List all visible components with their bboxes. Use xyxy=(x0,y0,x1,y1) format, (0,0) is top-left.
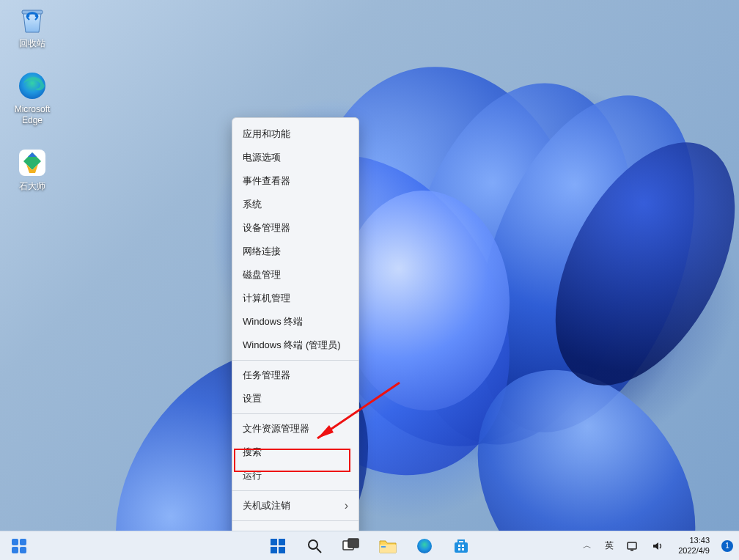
svg-rect-25 xyxy=(628,542,636,549)
menu-item-computer-management[interactable]: 计算机管理 xyxy=(232,287,359,310)
desktop-icons: 回收站 Microsoft Edge xyxy=(4,4,60,192)
menu-item-device-manager[interactable]: 设备管理器 xyxy=(232,216,359,240)
menu-item-power-options[interactable]: 电源选项 xyxy=(232,146,359,169)
menu-item-task-manager[interactable]: 任务管理器 xyxy=(232,364,359,387)
taskbar-search-button[interactable] xyxy=(300,531,329,561)
desktop[interactable]: 回收站 Microsoft Edge xyxy=(0,0,739,531)
clock-time: 13:43 xyxy=(689,536,710,546)
app-icon xyxy=(17,147,48,178)
desktop-icon-shidashi[interactable]: 石大师 xyxy=(4,147,60,191)
svg-point-13 xyxy=(309,540,317,549)
svg-rect-10 xyxy=(279,539,285,545)
svg-rect-21 xyxy=(458,545,460,547)
menu-item-event-viewer[interactable]: 事件查看器 xyxy=(232,169,359,193)
svg-rect-26 xyxy=(630,550,633,551)
menu-item-system[interactable]: 系统 xyxy=(232,193,359,216)
winx-menu: 应用和功能 电源选项 事件查看器 系统 设备管理器 网络连接 磁盘管理 计算机管… xyxy=(232,117,359,553)
menu-separator xyxy=(232,360,359,361)
menu-item-search[interactable]: 搜索 xyxy=(232,441,359,464)
clock-date: 2022/4/9 xyxy=(678,546,710,556)
menu-item-file-explorer[interactable]: 文件资源管理器 xyxy=(232,417,359,441)
svg-rect-11 xyxy=(271,547,277,553)
menu-item-shutdown-signout[interactable]: 关机或注销 xyxy=(232,494,359,517)
svg-rect-17 xyxy=(380,545,396,553)
svg-rect-7 xyxy=(12,547,18,553)
svg-rect-6 xyxy=(20,539,26,545)
taskbar: ︿ 英 13:43 2022/4/9 1 xyxy=(0,531,739,560)
menu-item-windows-terminal-admin[interactable]: Windows 终端 (管理员) xyxy=(232,334,359,357)
svg-point-19 xyxy=(417,539,432,553)
menu-item-apps-features[interactable]: 应用和功能 xyxy=(232,122,359,146)
svg-rect-5 xyxy=(12,539,18,545)
desktop-icon-label: 回收站 xyxy=(19,38,45,48)
menu-item-settings[interactable]: 设置 xyxy=(232,387,359,410)
svg-rect-18 xyxy=(381,546,386,548)
taskbar-edge[interactable] xyxy=(410,531,439,561)
start-button[interactable] xyxy=(263,531,293,561)
menu-item-disk-management[interactable]: 磁盘管理 xyxy=(232,263,359,287)
volume-icon[interactable] xyxy=(649,531,666,561)
taskbar-file-explorer[interactable] xyxy=(373,531,402,561)
edge-icon xyxy=(17,70,48,101)
svg-rect-8 xyxy=(20,547,26,553)
menu-separator xyxy=(232,490,359,491)
widgets-button[interactable] xyxy=(4,531,34,561)
menu-item-run[interactable]: 运行 xyxy=(232,464,359,487)
desktop-icon-recycle-bin[interactable]: 回收站 xyxy=(4,4,60,48)
menu-separator xyxy=(232,520,359,521)
desktop-icon-label: Microsoft Edge xyxy=(4,104,60,125)
svg-rect-24 xyxy=(462,548,464,550)
svg-rect-20 xyxy=(455,542,468,553)
svg-rect-12 xyxy=(279,547,285,553)
svg-rect-9 xyxy=(271,539,277,545)
taskbar-microsoft-store[interactable] xyxy=(446,531,476,561)
tray-overflow-chevron[interactable]: ︿ xyxy=(580,531,595,561)
recycle-bin-icon xyxy=(17,4,48,35)
chevron-up-icon: ︿ xyxy=(583,539,592,552)
svg-line-14 xyxy=(317,548,321,553)
ime-indicator[interactable]: 英 xyxy=(602,531,617,561)
network-icon[interactable] xyxy=(624,531,641,561)
notification-badge[interactable]: 1 xyxy=(721,540,733,552)
menu-item-network-connections[interactable]: 网络连接 xyxy=(232,240,359,263)
task-view-button[interactable] xyxy=(337,531,366,561)
menu-item-windows-terminal[interactable]: Windows 终端 xyxy=(232,310,359,334)
svg-rect-23 xyxy=(458,548,460,550)
menu-separator xyxy=(232,413,359,414)
desktop-icon-edge[interactable]: Microsoft Edge xyxy=(4,70,60,125)
svg-rect-16 xyxy=(348,539,359,548)
wallpaper-bloom xyxy=(0,0,739,531)
svg-rect-22 xyxy=(462,545,464,547)
taskbar-clock[interactable]: 13:43 2022/4/9 xyxy=(674,536,714,556)
desktop-icon-label: 石大师 xyxy=(19,181,45,191)
